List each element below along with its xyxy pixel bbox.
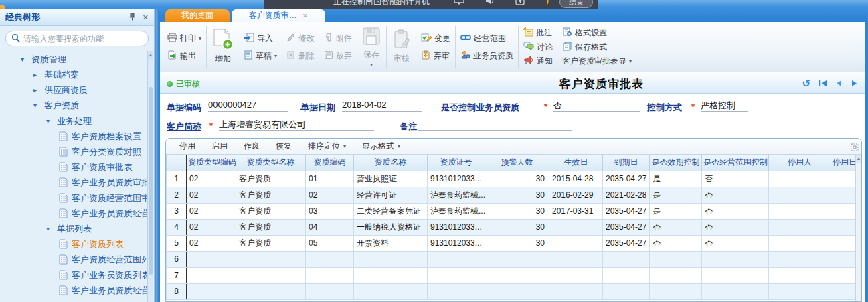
table-cell[interactable] <box>603 283 650 299</box>
table-cell[interactable]: 客户资质 <box>236 235 306 251</box>
salesman-qualification-button[interactable]: 业务员资质 <box>460 50 513 62</box>
table-cell[interactable] <box>549 283 603 299</box>
column-header[interactable]: 停用日期 <box>831 155 856 171</box>
sidebar-item-label[interactable]: 客户业务员资质经营 <box>72 285 150 297</box>
table-cell[interactable] <box>769 171 831 187</box>
table-cell[interactable] <box>650 251 702 267</box>
table-cell[interactable]: 30 <box>485 187 549 203</box>
table-cell[interactable]: 01 <box>306 171 354 187</box>
table-cell[interactable] <box>831 251 856 267</box>
sidebar-item[interactable]: 客户资质档案设置 <box>0 129 154 144</box>
table-cell[interactable] <box>428 283 485 299</box>
table-cell[interactable] <box>702 283 769 299</box>
table-cell[interactable]: 客户资质 <box>236 187 306 203</box>
scroll-up-icon[interactable]: ▲ <box>856 155 861 163</box>
table-row[interactable]: 6 <box>167 251 856 267</box>
table-cell[interactable]: 02 <box>187 171 236 187</box>
table-cell[interactable]: 是 <box>650 171 702 187</box>
sidebar-item-label[interactable]: 客户业务员资质列表 <box>72 269 150 281</box>
table-cell[interactable] <box>769 219 831 235</box>
table-cell[interactable] <box>831 283 856 299</box>
sidebar-item-label[interactable]: 单据列表 <box>57 223 92 235</box>
output-button[interactable]: 输出 <box>167 50 201 62</box>
table-cell[interactable]: 2017-03-31 <box>549 203 603 219</box>
sidebar-item[interactable]: ▾单据列表 <box>0 221 154 236</box>
table-cell[interactable] <box>187 283 236 299</box>
table-cell[interactable] <box>769 203 831 219</box>
table-cell[interactable]: 30 <box>485 171 549 187</box>
change-button[interactable]: 变更 <box>421 32 450 45</box>
table-cell[interactable] <box>428 267 485 283</box>
table-cell[interactable] <box>549 235 603 251</box>
sidebar-item-label[interactable]: 客户业务员资质经营 <box>72 208 150 220</box>
table-cell[interactable] <box>306 283 354 299</box>
table-cell[interactable]: 02 <box>187 203 236 219</box>
remark-field[interactable] <box>418 119 572 131</box>
sidebar-item[interactable]: 客户分类资质对照 <box>0 144 154 159</box>
table-cell[interactable] <box>187 267 236 283</box>
sort-locate-button[interactable]: 排序定位▾ <box>308 141 346 152</box>
table-row[interactable]: 302客户资质03二类经营备案凭证泸奉食药监械...302017-03-3120… <box>167 203 856 219</box>
close-icon[interactable]: ✕ <box>143 14 149 21</box>
chevron-down-icon[interactable]: ▾ <box>46 225 53 232</box>
table-cell[interactable] <box>831 187 856 203</box>
expand-grid-icon[interactable] <box>851 142 859 154</box>
table-cell[interactable]: 是 <box>650 203 702 219</box>
table-row[interactable]: 102客户资质01营业执照证9131012033...302015-04-282… <box>167 171 856 187</box>
table-cell[interactable] <box>187 251 236 267</box>
column-header[interactable]: 资质编码 <box>306 155 354 171</box>
add-button[interactable]: 增加 <box>207 24 239 70</box>
previous-record-icon[interactable] <box>835 78 843 90</box>
tab-customer-qualification[interactable]: 客户资质审… ✕ <box>232 9 325 22</box>
column-header[interactable]: 资质名称 <box>354 155 428 171</box>
sidebar-item[interactable]: 客户业务员资质列表 <box>0 267 154 283</box>
table-cell[interactable]: 02 <box>306 187 354 203</box>
sidebar-item[interactable]: 客户资质列表 <box>0 236 154 252</box>
table-cell[interactable] <box>831 219 856 235</box>
column-header[interactable]: 资质类型名称 <box>236 155 306 171</box>
annotate-button[interactable]: 批注 <box>523 27 553 40</box>
column-header[interactable]: 是否效期控制 <box>650 155 702 171</box>
void-button[interactable]: 作废 <box>244 141 260 152</box>
control-mode-field[interactable]: 严格控制 <box>701 100 748 112</box>
table-cell[interactable] <box>354 267 428 283</box>
table-cell[interactable] <box>354 283 428 299</box>
restore-button[interactable]: 恢复 <box>276 141 292 152</box>
sidebar-item[interactable]: ▸基础档案 <box>0 67 154 82</box>
doc-no-field[interactable]: 0000000427 <box>208 100 288 112</box>
save-format-button[interactable]: 保存格式 <box>562 41 632 54</box>
save-button[interactable]: 保存 ▾ <box>357 24 386 70</box>
table-cell[interactable]: 二类经营备案凭证 <box>354 203 428 219</box>
table-cell[interactable]: 03 <box>306 203 354 219</box>
table-cell[interactable] <box>769 187 831 203</box>
sidebar-item-label[interactable]: 客户分类资质对照 <box>72 146 141 158</box>
table-cell[interactable] <box>236 283 306 299</box>
unaudit-button[interactable]: 弃审 <box>421 50 450 62</box>
table-cell[interactable]: 否 <box>650 219 702 235</box>
discuss-button[interactable]: 讨论 <box>523 41 553 54</box>
control-flag-field[interactable]: 否 <box>553 100 640 112</box>
table-cell[interactable] <box>236 251 306 267</box>
sidebar-item[interactable]: 客户业务员资质审批 <box>0 175 154 190</box>
template-selector[interactable]: 客户资质审批表显 ▾ <box>562 55 632 68</box>
search-input[interactable] <box>23 34 134 44</box>
table-cell[interactable]: 2035-04-27 <box>603 203 650 219</box>
audit-button[interactable]: 审核 <box>387 24 416 70</box>
search-box[interactable] <box>5 31 149 46</box>
table-cell[interactable] <box>549 251 603 267</box>
table-scrollbar[interactable]: ▲ <box>855 155 861 301</box>
scroll-up-icon[interactable]: ▲ <box>148 51 153 59</box>
table-cell[interactable] <box>650 267 702 283</box>
first-record-icon[interactable] <box>818 78 827 90</box>
tab-my-desktop[interactable]: 我的桌面 <box>165 9 230 22</box>
table-cell[interactable] <box>236 267 306 283</box>
table-row[interactable]: 7 <box>167 267 856 283</box>
draft-button[interactable]: 草稿 ▾ <box>244 50 277 62</box>
column-header[interactable]: 是否经营范围控制 <box>702 155 769 171</box>
discard-button[interactable]: 放弃 <box>324 50 352 62</box>
table-cell[interactable]: 2015-04-28 <box>549 171 603 187</box>
table-cell[interactable]: 30 <box>485 235 549 251</box>
column-header[interactable]: 资质类型编码 <box>187 155 236 171</box>
table-cell[interactable] <box>485 251 549 267</box>
sidebar-item[interactable]: 客户业务员资质经营 <box>0 283 154 298</box>
